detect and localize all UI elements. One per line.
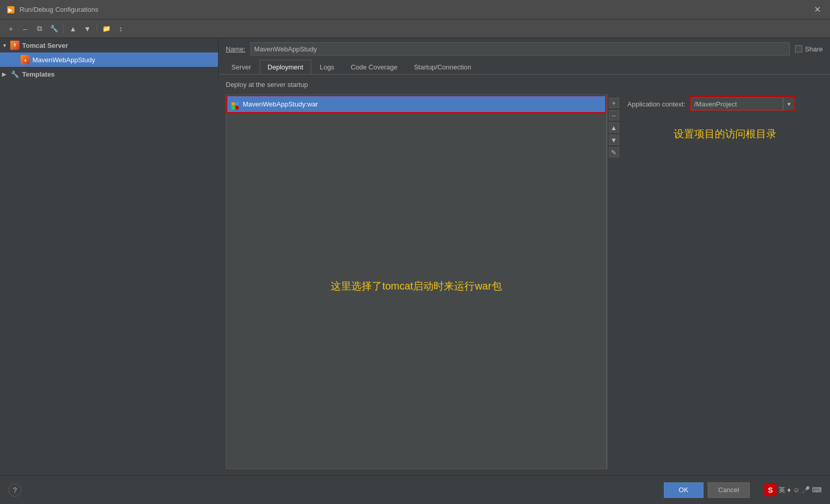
right-panel: Name: Share Server Deployment Logs Code … xyxy=(219,38,830,475)
separator-1 xyxy=(63,24,64,34)
deploy-scroll-up-button[interactable]: ▲ xyxy=(609,122,619,133)
name-label: Name: xyxy=(226,45,245,53)
help-button[interactable]: ? xyxy=(8,483,22,497)
name-input[interactable] xyxy=(250,42,790,56)
share-area: Share xyxy=(795,45,823,53)
deploy-item[interactable]: MavenWebAppStudy:war xyxy=(226,95,606,113)
templates-icon: 🔧 xyxy=(10,69,20,79)
move-down-button[interactable]: ▼ xyxy=(81,22,94,35)
taskbar-icon-5[interactable]: ⌨ xyxy=(812,486,822,494)
bottom-right: OK Cancel S 英 ♦ ☺ 🎤 ⌨ xyxy=(664,482,822,498)
deploy-section-label: Deploy at the server startup xyxy=(226,81,620,88)
copy-config-button[interactable]: ⧉ xyxy=(33,22,46,35)
deploy-list-container: MavenWebAppStudy:war 这里选择了tomcat启动时来运行wa… xyxy=(226,95,620,469)
ok-button[interactable]: OK xyxy=(664,482,703,498)
folder-button[interactable]: 📁 xyxy=(100,22,113,35)
main-window: ▶ Run/Debug Configurations ✕ + – ⧉ 🔧 ▲ ▼… xyxy=(0,0,830,504)
taskbar-icon-3[interactable]: ☺ xyxy=(793,486,800,494)
deploy-remove-button[interactable]: – xyxy=(609,110,619,120)
settings-button[interactable]: 🔧 xyxy=(47,22,61,35)
close-button[interactable]: ✕ xyxy=(810,3,824,16)
taskbar-icon-2[interactable]: ♦ xyxy=(787,486,791,494)
remove-config-button[interactable]: – xyxy=(19,22,32,35)
main-content: ▼ T Tomcat Server 🔥 MavenWebAppStudy xyxy=(0,38,830,475)
window-title: Run/Debug Configurations xyxy=(20,6,810,13)
tab-deployment[interactable]: Deployment xyxy=(260,60,311,74)
bottom-bar: ? OK Cancel S 英 ♦ ☺ 🎤 ⌨ xyxy=(0,475,830,504)
deploy-left-area: Deploy at the server startup xyxy=(226,81,620,469)
cancel-button[interactable]: Cancel xyxy=(708,482,750,498)
add-config-button[interactable]: + xyxy=(4,22,17,35)
deploy-side-buttons: + – ▲ ▼ ✎ xyxy=(607,95,620,469)
tab-startup-connection[interactable]: Startup/Connection xyxy=(406,60,479,74)
tomcat-group-label: Tomcat Server xyxy=(22,42,218,49)
taskbar-icon-1[interactable]: 英 xyxy=(779,485,785,495)
tomcat-server-group[interactable]: ▼ T Tomcat Server xyxy=(0,38,218,52)
tomcat-group-icon: T xyxy=(10,41,20,50)
app-context-dropdown-button[interactable]: ▼ xyxy=(783,97,795,111)
deploy-item-label: MavenWebAppStudy:war xyxy=(243,100,318,108)
tab-server[interactable]: Server xyxy=(224,60,259,74)
maven-config-item[interactable]: 🔥 MavenWebAppStudy xyxy=(0,52,218,67)
name-bar: Name: Share xyxy=(219,38,830,60)
context-annotation: 设置项目的访问根目录 xyxy=(627,127,823,141)
taskbar-icon-4[interactable]: 🎤 xyxy=(802,486,810,494)
tomcat-arrow: ▼ xyxy=(2,43,10,48)
share-checkbox[interactable] xyxy=(795,45,802,52)
app-context-input[interactable] xyxy=(691,97,783,111)
deployment-content: Deploy at the server startup xyxy=(219,75,830,475)
app-context-row: Application context: ▼ xyxy=(627,96,823,112)
app-icon: ▶ xyxy=(6,5,15,14)
deploy-list-box: MavenWebAppStudy:war 这里选择了tomcat启动时来运行wa… xyxy=(226,95,607,469)
toolbar: + – ⧉ 🔧 ▲ ▼ 📁 ↕ xyxy=(0,20,830,38)
templates-group[interactable]: ▶ 🔧 Templates xyxy=(0,67,218,81)
taskbar-area: S 英 ♦ ☺ 🎤 ⌨ xyxy=(764,484,822,496)
app-context-select-container: ▼ xyxy=(690,96,796,112)
taskbar-s-icon[interactable]: S xyxy=(764,484,777,496)
left-panel: ▼ T Tomcat Server 🔥 MavenWebAppStudy xyxy=(0,38,219,81)
deploy-annotation: 这里选择了tomcat启动时来运行war包 xyxy=(331,279,501,293)
deploy-add-button[interactable]: + xyxy=(609,98,619,108)
title-bar: ▶ Run/Debug Configurations ✕ xyxy=(0,0,830,20)
share-label: Share xyxy=(805,45,823,53)
templates-label: Templates xyxy=(22,70,218,78)
maven-config-icon: 🔥 xyxy=(21,55,30,64)
separator-2 xyxy=(97,24,97,34)
bottom-left: ? xyxy=(8,483,22,497)
move-up-button[interactable]: ▲ xyxy=(66,22,80,35)
templates-arrow: ▶ xyxy=(2,71,10,77)
deploy-scroll-down-button[interactable]: ▼ xyxy=(609,135,619,145)
tab-logs[interactable]: Logs xyxy=(312,60,342,74)
tabs-bar: Server Deployment Logs Code Coverage Sta… xyxy=(219,60,830,75)
resize-handle[interactable] xyxy=(218,38,221,475)
app-context-label: Application context: xyxy=(627,100,685,108)
maven-config-label: MavenWebAppStudy xyxy=(32,56,218,64)
svg-text:▶: ▶ xyxy=(8,7,13,13)
war-icon-container xyxy=(231,99,239,110)
sort-button[interactable]: ↕ xyxy=(114,22,128,35)
deploy-right-area: Application context: ▼ 设置项目的访问根目录 xyxy=(627,81,823,469)
deploy-edit-button[interactable]: ✎ xyxy=(609,147,619,157)
left-panel-wrapper: ▼ T Tomcat Server 🔥 MavenWebAppStudy xyxy=(0,38,219,475)
tab-code-coverage[interactable]: Code Coverage xyxy=(343,60,405,74)
